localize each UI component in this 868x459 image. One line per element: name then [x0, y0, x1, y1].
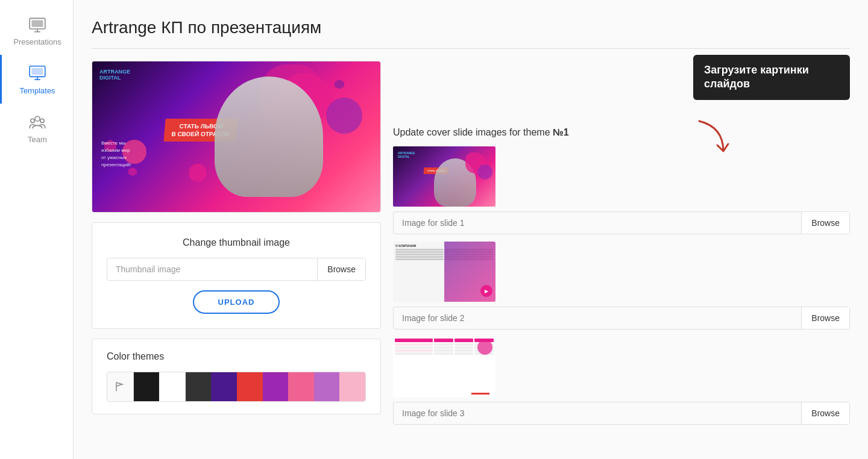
- cover-title-prefix: Update cover slide images for theme: [393, 127, 553, 137]
- swatch-dark-purple[interactable]: [263, 372, 289, 401]
- thumbnail-section-title: Change thumbnail image: [107, 237, 366, 248]
- hex-2: [128, 167, 137, 176]
- sidebar-item-presentations[interactable]: Presentations: [0, 6, 73, 55]
- thumb3-cell: [395, 346, 433, 349]
- swatch-purple[interactable]: [211, 372, 237, 401]
- thumb3-cell: [454, 343, 474, 346]
- hex-3: [335, 80, 344, 89]
- preview-image: ARTRANGEDIGITAL СТАТЬ ЛЬВОМВ СВОЕЙ ОТРАС…: [92, 61, 380, 212]
- slide-input-row-1: Image for slide 1 Browse: [393, 211, 850, 234]
- sidebar-item-team[interactable]: Team: [0, 104, 73, 152]
- slide-item-1: ARTRANGEDIGITAL СТАТЬ ЛЬВОМ Image for sl…: [393, 146, 850, 234]
- preview-image-inner: ARTRANGEDIGITAL СТАТЬ ЛЬВОМВ СВОЕЙ ОТРАС…: [92, 61, 380, 212]
- svg-point-8: [35, 116, 40, 121]
- templates-icon: [28, 63, 47, 83]
- thumb3-cell: [434, 343, 453, 346]
- team-icon: [28, 112, 47, 131]
- thumb2-content: О КОМПАНИИ: [393, 242, 495, 302]
- content-columns: ARTRANGEDIGITAL СТАТЬ ЛЬВОМВ СВОЕЙ ОТРАС…: [92, 61, 850, 432]
- swatch-black1[interactable]: [134, 372, 160, 401]
- swatch-light-purple[interactable]: [314, 372, 340, 401]
- thumbnail-section: Change thumbnail image Thumbnail image B…: [92, 222, 381, 329]
- cover-section-header: Update cover slide images for theme №1: [393, 127, 850, 138]
- thumb3-cell: [434, 352, 453, 355]
- thumb3-row: [395, 352, 494, 355]
- team-label: Team: [28, 135, 47, 144]
- thumb2-line: [395, 258, 444, 260]
- cover-theme-number: №1: [553, 127, 569, 137]
- thumb3-accent: [471, 393, 489, 395]
- thumb2-circle: ▶: [480, 285, 492, 297]
- slide-input-row-3: Image for slide 3 Browse: [393, 402, 850, 425]
- page-title: Artrange КП по презентациям: [92, 18, 850, 37]
- color-swatches: [107, 372, 366, 402]
- slide-thumb-1: ARTRANGEDIGITAL СТАТЬ ЛЬВОМ: [393, 146, 495, 207]
- swatch-pink[interactable]: [288, 372, 314, 401]
- sidebar: Presentations Templates Team: [0, 0, 74, 459]
- presentations-icon: [28, 14, 47, 34]
- tooltip-box: Загрузите картинки слайдов: [693, 55, 850, 100]
- thumb3-cell: [454, 346, 474, 349]
- svg-point-10: [40, 119, 44, 122]
- swatch-white[interactable]: [159, 372, 186, 401]
- thumb3-cell: [395, 349, 433, 352]
- left-column: ARTRANGEDIGITAL СТАТЬ ЛЬВОМВ СВОЕЙ ОТРАС…: [92, 61, 381, 414]
- thumb2-line: [395, 254, 444, 255]
- thumb3-header-cell-3: [454, 339, 474, 342]
- thumb3-cell: [434, 346, 453, 349]
- blob-5: [189, 164, 207, 182]
- cover-section-title: Update cover slide images for theme №1: [393, 127, 850, 138]
- slide-2-browse-button[interactable]: Browse: [801, 307, 849, 329]
- slide-thumb-2: О КОМПАНИИ: [393, 242, 495, 302]
- thumb2-line: [395, 256, 444, 258]
- main-content: Artrange КП по презентациям ART: [74, 0, 868, 459]
- thumbnail-file-input-row: Thumbnail image Browse: [107, 258, 366, 281]
- lion-shape: [215, 76, 323, 197]
- thumb3-header-cell-1: [395, 339, 433, 342]
- sidebar-item-templates[interactable]: Templates: [0, 55, 73, 104]
- arrow-icon: [687, 115, 735, 163]
- tooltip-arrow: [687, 115, 735, 166]
- thumb3-cell: [454, 352, 474, 355]
- templates-label: Templates: [19, 86, 55, 95]
- thumb2-line: [395, 251, 444, 253]
- presentations-label: Presentations: [13, 37, 61, 46]
- slide-input-row-2: Image for slide 2 Browse: [393, 307, 850, 329]
- slide-item-3: Image for slide 3 Browse: [393, 337, 850, 425]
- swatch-flag[interactable]: [107, 372, 134, 401]
- slide-2-label: Image for slide 2: [394, 307, 801, 329]
- thumb3-blob: [477, 340, 492, 355]
- thumb3-cell: [395, 343, 433, 346]
- blob-2: [326, 98, 362, 134]
- upload-button[interactable]: UPLOAD: [193, 290, 280, 314]
- thumb3-cell: [434, 349, 453, 352]
- thumb3-cell: [395, 352, 433, 355]
- tooltip-text: Загрузите картинки слайдов: [704, 64, 809, 90]
- slide-1-browse-button[interactable]: Browse: [801, 212, 849, 234]
- slide-3-label: Image for slide 3: [394, 402, 801, 424]
- flag-icon: [114, 381, 126, 393]
- thumb3-cell: [454, 349, 474, 352]
- brand-name: ARTRANGEDIGITAL: [99, 69, 130, 81]
- swatch-light-pink[interactable]: [339, 372, 365, 401]
- slide-thumb-3: [393, 337, 495, 397]
- slide-text: Вместе мыизбавим мирот ужасныхпрезентаци…: [101, 140, 131, 169]
- thumb2-line: [395, 249, 444, 251]
- thumb2-col-1: [395, 249, 444, 260]
- slide-item-2: О КОМПАНИИ: [393, 242, 850, 329]
- slide-1-label: Image for slide 1: [394, 212, 801, 234]
- right-column: Загрузите картинки слайдов Update cover …: [393, 61, 850, 432]
- color-themes-title: Color themes: [107, 351, 366, 362]
- svg-rect-5: [31, 68, 43, 75]
- thumbnail-input-label: Thumbnail image: [107, 258, 317, 280]
- swatch-black2[interactable]: [186, 372, 212, 401]
- thumbnail-browse-button[interactable]: Browse: [317, 258, 365, 280]
- color-themes-section: Color themes: [92, 339, 381, 414]
- svg-point-9: [31, 119, 34, 122]
- title-divider: [92, 48, 850, 49]
- swatch-red[interactable]: [237, 372, 263, 401]
- presentation-preview-card: ARTRANGEDIGITAL СТАТЬ ЛЬВОМВ СВОЕЙ ОТРАС…: [92, 61, 381, 213]
- thumb3-content: [393, 337, 495, 397]
- svg-rect-1: [31, 20, 43, 27]
- slide-3-browse-button[interactable]: Browse: [801, 402, 849, 424]
